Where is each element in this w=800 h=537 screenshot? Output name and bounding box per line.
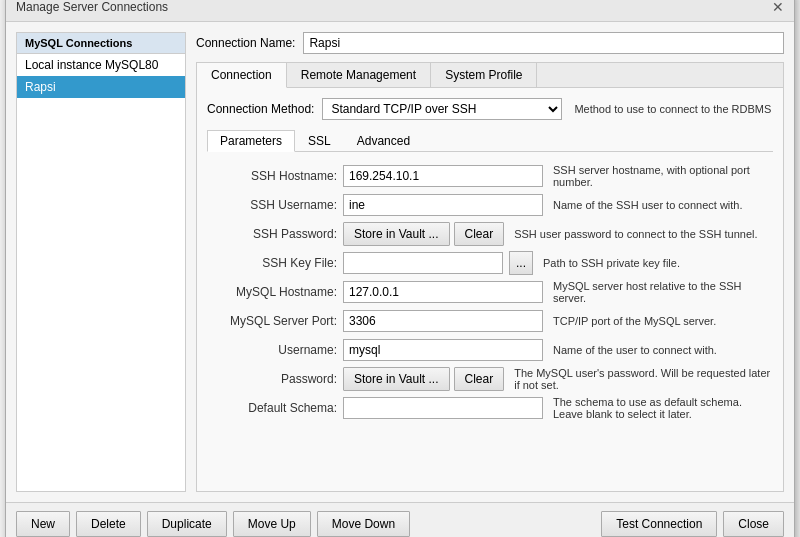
ssh-hostname-desc: SSH server hostname, with optional port … (553, 164, 773, 188)
form-row-ssh-hostname: SSH Hostname: SSH server hostname, with … (207, 164, 773, 188)
password-label: Password: (207, 372, 337, 386)
subtab-advanced[interactable]: Advanced (344, 130, 423, 152)
title-bar: Manage Server Connections ✕ (6, 0, 794, 22)
form-row-mysql-hostname: MySQL Hostname: MySQL server host relati… (207, 280, 773, 304)
ssh-username-label: SSH Username: (207, 198, 337, 212)
close-icon[interactable]: ✕ (772, 0, 784, 15)
close-button[interactable]: Close (723, 511, 784, 537)
ssh-clear-button[interactable]: Clear (454, 222, 505, 246)
main-window: Manage Server Connections ✕ MySQL Connec… (5, 0, 795, 537)
default-schema-desc: The schema to use as default schema. Lea… (553, 396, 773, 420)
method-description: Method to use to connect to the RDBMS (574, 103, 771, 115)
window-footer: New Delete Duplicate Move Up Move Down T… (6, 502, 794, 538)
ssh-keyfile-label: SSH Key File: (207, 256, 337, 270)
ssh-keyfile-desc: Path to SSH private key file. (543, 257, 773, 269)
default-schema-label: Default Schema: (207, 401, 337, 415)
form-row-ssh-password: SSH Password: Store in Vault ... Clear S… (207, 222, 773, 246)
username-input[interactable] (343, 339, 543, 361)
ssh-password-desc: SSH user password to connect to the SSH … (514, 228, 773, 240)
connection-name-input[interactable] (303, 32, 784, 54)
sidebar: MySQL Connections Local instance MySQL80… (16, 32, 186, 492)
method-label: Connection Method: (207, 102, 314, 116)
ssh-keyfile-browse-button[interactable]: ... (509, 251, 533, 275)
mysql-hostname-label: MySQL Hostname: (207, 285, 337, 299)
ssh-username-input[interactable] (343, 194, 543, 216)
form-row-ssh-username: SSH Username: Name of the SSH user to co… (207, 193, 773, 217)
method-row: Connection Method: Standard TCP/IP over … (207, 98, 773, 120)
test-connection-button[interactable]: Test Connection (601, 511, 717, 537)
form-row-default-schema: Default Schema: The schema to use as def… (207, 396, 773, 420)
mysql-port-desc: TCP/IP port of the MySQL server. (553, 315, 773, 327)
tab-connection[interactable]: Connection (197, 63, 287, 88)
password-store-vault-button[interactable]: Store in Vault ... (343, 367, 450, 391)
form-row-password: Password: Store in Vault ... Clear The M… (207, 367, 773, 391)
subtab-ssl[interactable]: SSL (295, 130, 344, 152)
password-buttons: Store in Vault ... Clear (343, 367, 504, 391)
window-title: Manage Server Connections (16, 0, 168, 14)
tab-remote-management[interactable]: Remote Management (287, 63, 431, 87)
top-tabs: Connection Remote Management System Prof… (197, 63, 783, 88)
sidebar-header: MySQL Connections (17, 33, 185, 54)
delete-button[interactable]: Delete (76, 511, 141, 537)
username-label: Username: (207, 343, 337, 357)
new-button[interactable]: New (16, 511, 70, 537)
footer-left-buttons: New Delete Duplicate Move Up Move Down (16, 511, 410, 537)
form-row-mysql-port: MySQL Server Port: TCP/IP port of the My… (207, 309, 773, 333)
mysql-port-label: MySQL Server Port: (207, 314, 337, 328)
ssh-username-desc: Name of the SSH user to connect with. (553, 199, 773, 211)
mysql-hostname-input[interactable] (343, 281, 543, 303)
sidebar-item-rapsi[interactable]: Rapsi (17, 76, 185, 98)
ssh-password-label: SSH Password: (207, 227, 337, 241)
mysql-hostname-desc: MySQL server host relative to the SSH se… (553, 280, 773, 304)
window-body: MySQL Connections Local instance MySQL80… (6, 22, 794, 502)
tab-system-profile[interactable]: System Profile (431, 63, 537, 87)
form-grid: SSH Hostname: SSH server hostname, with … (207, 164, 773, 481)
move-up-button[interactable]: Move Up (233, 511, 311, 537)
tabs-area: Connection Remote Management System Prof… (196, 62, 784, 492)
ssh-hostname-input[interactable] (343, 165, 543, 187)
main-panel: Connection Name: Connection Remote Manag… (196, 32, 784, 492)
mysql-port-input[interactable] (343, 310, 543, 332)
connection-name-row: Connection Name: (196, 32, 784, 54)
default-schema-input[interactable] (343, 397, 543, 419)
move-down-button[interactable]: Move Down (317, 511, 410, 537)
password-desc: The MySQL user's password. Will be reque… (514, 367, 773, 391)
footer-right-buttons: Test Connection Close (601, 511, 784, 537)
sidebar-item-local[interactable]: Local instance MySQL80 (17, 54, 185, 76)
password-clear-button[interactable]: Clear (454, 367, 505, 391)
tab-content: Connection Method: Standard TCP/IP over … (197, 88, 783, 491)
ssh-hostname-label: SSH Hostname: (207, 169, 337, 183)
ssh-keyfile-input[interactable] (343, 252, 503, 274)
connection-name-label: Connection Name: (196, 36, 295, 50)
form-row-ssh-keyfile: SSH Key File: ... Path to SSH private ke… (207, 251, 773, 275)
form-row-username: Username: Name of the user to connect wi… (207, 338, 773, 362)
connection-method-select[interactable]: Standard TCP/IP over SSH (322, 98, 562, 120)
subtab-parameters[interactable]: Parameters (207, 130, 295, 152)
sub-tabs: Parameters SSL Advanced (207, 130, 773, 152)
ssh-password-buttons: Store in Vault ... Clear (343, 222, 504, 246)
duplicate-button[interactable]: Duplicate (147, 511, 227, 537)
username-desc: Name of the user to connect with. (553, 344, 773, 356)
ssh-store-vault-button[interactable]: Store in Vault ... (343, 222, 450, 246)
